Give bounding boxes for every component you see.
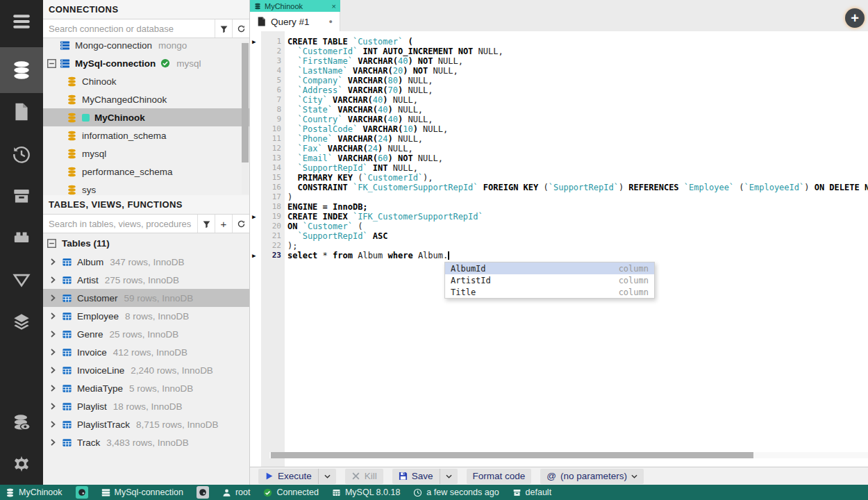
status-item-version-grid[interactable]: MySQL 8.0.18 [332,488,400,497]
code-line-18[interactable]: 18ENGINE = InnoDB; [250,202,868,212]
save-dropdown-button[interactable] [440,474,458,478]
chevron-right-icon[interactable] [49,276,57,284]
status-item-user[interactable]: root [222,488,251,497]
rail-settings-button[interactable] [0,444,43,484]
database-group-tab[interactable]: MyChinook × [250,0,340,12]
rail-plugin-button[interactable] [0,217,43,258]
new-connection-button[interactable]: + [845,8,865,28]
code-line-6[interactable]: 6 `Address` VARCHAR(70) NULL, [250,85,868,95]
rail-database-button[interactable] [0,47,43,93]
code-line-3[interactable]: 3 `FirstName` VARCHAR(40) NOT NULL, [250,56,868,66]
code-line-21[interactable]: 21 `SupportRepId` ASC [250,231,868,241]
connection-item-mongo-connection[interactable]: Mongo-connectionmongo [43,38,249,54]
tables-group-header[interactable]: Tables (11) [43,233,249,253]
close-icon[interactable]: × [332,2,336,10]
connections-refresh-button[interactable] [232,19,249,38]
table-item-customer[interactable]: Customer59 rows, InnoDB [43,289,249,307]
chevron-right-icon[interactable] [49,402,57,410]
table-item-genre[interactable]: Genre25 rows, InnoDB [43,325,249,343]
query-tab[interactable]: Query #1 ● [250,12,340,31]
connection-item-mysql-connection[interactable]: MySql-connectionmysql [43,54,249,72]
table-item-album[interactable]: Album347 rows, InnoDB [43,253,249,271]
rail-layers-button[interactable] [0,301,43,342]
code-line-10[interactable]: 10 `PostalCode` VARCHAR(10) NULL, [250,124,868,134]
database-item-chinook[interactable]: Chinook [43,72,249,90]
table-item-artist[interactable]: Artist275 rows, InnoDB [43,271,249,289]
chevron-right-icon[interactable] [49,348,57,356]
status-item-clock[interactable]: a few seconds ago [413,488,499,497]
rail-file-button[interactable] [0,92,43,132]
execute-dropdown-button[interactable] [319,474,336,478]
format-code-button[interactable]: Format code [467,469,532,484]
table-item-invoiceline[interactable]: InvoiceLine2,240 rows, InnoDB [43,361,249,379]
chevron-right-icon[interactable] [49,384,57,392]
code-line-11[interactable]: 11 `Phone` VARCHAR(24) NULL, [250,134,868,144]
chevron-right-icon[interactable] [49,294,57,302]
chevron-right-icon[interactable] [49,312,57,320]
autocomplete-item-artistid[interactable]: ArtistIdcolumn [445,274,654,286]
rail-db-model-button[interactable] [0,403,43,443]
connections-scrollbar-thumb[interactable] [242,43,249,162]
collapse-icon[interactable] [47,59,56,68]
table-item-playlisttrack[interactable]: PlaylistTrack8,715 rows, InnoDB [43,415,249,433]
code-line-16[interactable]: 16 CONSTRAINT `FK_CustomerSupportRepId` … [250,183,868,192]
code-line-19[interactable]: ▶19CREATE INDEX `IFK_CustomerSupportRepI… [250,212,868,222]
code-line-22[interactable]: 22); [250,241,868,251]
parameters-dropdown[interactable]: @ (no parameters) [540,469,644,484]
connections-scrollbar[interactable] [242,42,249,194]
chevron-right-icon[interactable] [49,438,57,447]
tables-filter-button[interactable] [197,215,215,233]
code-line-14[interactable]: 14 `SupportRepId` INT NULL, [250,163,868,173]
execute-button[interactable]: Execute [258,471,318,481]
rail-triangle-button[interactable] [0,259,43,299]
code-line-7[interactable]: 7 `City` VARCHAR(40) NULL, [250,95,868,105]
chevron-right-icon[interactable] [49,366,57,374]
table-item-employee[interactable]: Employee8 rows, InnoDB [43,307,249,325]
tables-search-input[interactable] [43,215,197,233]
status-item-check[interactable]: Connected [263,488,318,497]
save-button[interactable]: Save [392,471,440,481]
status-item-database[interactable]: MyChinook [6,488,62,497]
status-item-archive[interactable]: default [512,488,552,497]
code-line-12[interactable]: 12 `Fax` VARCHAR(24) NULL, [250,144,868,153]
database-item-mychinook[interactable]: MyChinook [43,108,249,126]
status-item-server[interactable]: MySql-connection [101,488,183,497]
database-item-performance_schema[interactable]: performance_schema [43,162,249,181]
chevron-right-icon[interactable] [49,420,57,428]
code-line-13[interactable]: 13 `Email` VARCHAR(60) NOT NULL, [250,153,868,163]
code-line-5[interactable]: 5 `Company` VARCHAR(80) NULL, [250,76,868,85]
table-item-invoice[interactable]: Invoice412 rows, InnoDB [43,343,249,361]
tables-refresh-button[interactable] [232,215,249,233]
autocomplete-item-title[interactable]: Titlecolumn [445,286,654,298]
database-item-sys[interactable]: sys [43,181,249,195]
database-item-mychangedchinook[interactable]: MyChangedChinook [43,90,249,108]
code-line-23[interactable]: ▶23select * from Album where Album. [250,251,868,260]
rail-history-button[interactable] [0,134,43,174]
tables-add-button[interactable]: + [215,215,232,233]
table-item-mediatype[interactable]: MediaType5 rows, InnoDB [43,379,249,397]
chevron-right-icon[interactable] [49,258,57,266]
rail-menu-button[interactable] [0,1,43,42]
connections-search-input[interactable] [43,19,215,38]
table-item-playlist[interactable]: Playlist18 rows, InnoDB [43,397,249,415]
code-line-8[interactable]: 8 `State` VARCHAR(40) NULL, [250,105,868,115]
sql-editor[interactable]: ▶1CREATE TABLE `Customer` (2 `CustomerId… [250,31,868,467]
database-item-mysql[interactable]: mysql [43,144,249,162]
editor-horizontal-scrollbar-thumb[interactable] [271,452,753,458]
chevron-right-icon[interactable] [49,330,57,338]
code-line-20[interactable]: 20ON `Customer` ( [250,222,868,231]
database-item-information_schema[interactable]: information_schema [43,126,249,144]
code-line-1[interactable]: ▶1CREATE TABLE `Customer` ( [250,37,868,47]
code-line-4[interactable]: 4 `LastName` VARCHAR(20) NOT NULL, [250,66,868,76]
code-line-2[interactable]: 2 `CustomerId` INT AUTO_INCREMENT NOT NU… [250,47,868,56]
status-item-palette-teal[interactable] [76,486,88,499]
connections-filter-button[interactable] [215,19,232,38]
rail-archive-button[interactable] [0,176,43,216]
status-item-palette-gray[interactable] [197,486,209,499]
code-line-9[interactable]: 9 `Country` VARCHAR(40) NULL, [250,115,868,124]
editor-horizontal-scrollbar[interactable] [269,452,868,458]
kill-button[interactable]: Kill [345,469,383,484]
table-item-track[interactable]: Track3,483 rows, InnoDB [43,433,249,451]
code-line-15[interactable]: 15 PRIMARY KEY (`CustomerId`), [250,173,868,183]
autocomplete-item-albumid[interactable]: AlbumIdcolumn [445,262,654,274]
